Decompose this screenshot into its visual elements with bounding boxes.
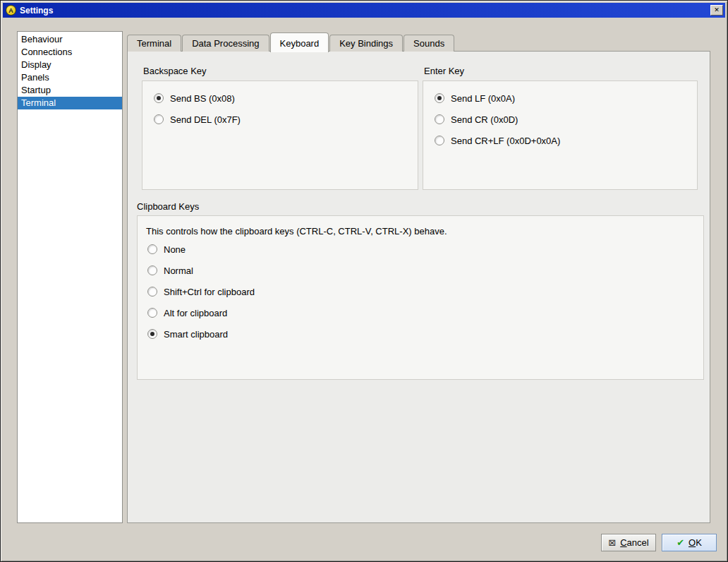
- radio-label: Normal: [164, 265, 193, 276]
- radio-option-send-del[interactable]: Send DEL (0x7F): [142, 109, 418, 130]
- tab-bar: Terminal Data Processing Keyboard Key Bi…: [127, 32, 455, 52]
- cancel-button[interactable]: ⊠ Cancel: [601, 534, 656, 551]
- clipboard-keys-label: Clipboard Keys: [137, 201, 199, 212]
- cancel-icon: ⊠: [608, 538, 616, 547]
- radio-label: Shift+Ctrl for clipboard: [164, 287, 255, 297]
- radio-icon[interactable]: [147, 244, 157, 254]
- radio-label: Send BS (0x08): [170, 93, 235, 104]
- sidebar-item-startup[interactable]: Startup: [18, 84, 122, 97]
- radio-option-send-bs[interactable]: Send BS (0x08): [142, 88, 418, 109]
- radio-label: Smart clipboard: [164, 329, 228, 340]
- sidebar-item-terminal[interactable]: Terminal: [18, 97, 122, 109]
- radio-icon[interactable]: [147, 287, 157, 297]
- close-icon[interactable]: ✕: [710, 5, 723, 16]
- backspace-key-label: Backspace Key: [143, 66, 207, 76]
- radio-icon[interactable]: [154, 93, 164, 103]
- radio-option-shift-ctrl[interactable]: Shift+Ctrl for clipboard: [138, 281, 703, 302]
- backspace-key-group: Send BS (0x08) Send DEL (0x7F): [142, 80, 418, 190]
- clipboard-keys-group: This controls how the clipboard keys (CT…: [137, 215, 704, 380]
- tab-sounds[interactable]: Sounds: [404, 35, 454, 52]
- radio-option-send-lf[interactable]: Send LF (0x0A): [423, 88, 697, 109]
- check-icon: ✔: [677, 538, 684, 547]
- radio-option-send-crlf[interactable]: Send CR+LF (0x0D+0x0A): [423, 130, 697, 151]
- radio-label: Send DEL (0x7F): [170, 114, 241, 125]
- tab-keyboard[interactable]: Keyboard: [270, 32, 329, 52]
- radio-icon[interactable]: [147, 329, 157, 339]
- window-title: Settings: [20, 6, 53, 16]
- tab-key-bindings[interactable]: Key Bindings: [329, 35, 403, 52]
- radio-option-normal[interactable]: Normal: [138, 260, 703, 281]
- radio-icon[interactable]: [435, 136, 444, 145]
- radio-option-alt[interactable]: Alt for clipboard: [138, 302, 703, 323]
- radio-label: Alt for clipboard: [164, 308, 227, 318]
- clipboard-description: This controls how the clipboard keys (CT…: [138, 216, 703, 239]
- enter-key-group: Send LF (0x0A) Send CR (0x0D) Send CR+LF…: [423, 80, 698, 190]
- radio-icon[interactable]: [147, 265, 157, 275]
- radio-option-send-cr[interactable]: Send CR (0x0D): [423, 109, 697, 130]
- radio-label: None: [164, 244, 186, 255]
- radio-label: Send LF (0x0A): [451, 93, 515, 104]
- sidebar-item-behaviour[interactable]: Behaviour: [18, 33, 122, 46]
- tab-data-processing[interactable]: Data Processing: [182, 35, 269, 52]
- radio-icon[interactable]: [435, 93, 444, 103]
- enter-key-label: Enter Key: [424, 66, 464, 76]
- sidebar-item-connections[interactable]: Connections: [18, 46, 122, 59]
- ok-button[interactable]: ✔ OK: [662, 534, 717, 551]
- radio-icon[interactable]: [435, 114, 444, 124]
- sidebar-item-display[interactable]: Display: [18, 59, 122, 71]
- radio-option-none[interactable]: None: [138, 239, 703, 260]
- sidebar-item-panels[interactable]: Panels: [18, 71, 122, 84]
- radio-option-smart-clipboard[interactable]: Smart clipboard: [138, 323, 703, 345]
- app-icon: A: [6, 5, 16, 16]
- tab-terminal[interactable]: Terminal: [127, 35, 181, 52]
- radio-icon[interactable]: [154, 114, 164, 124]
- radio-label: Send CR+LF (0x0D+0x0A): [451, 136, 560, 146]
- settings-category-list: Behaviour Connections Display Panels Sta…: [17, 31, 123, 523]
- ok-button-label: OK: [688, 537, 702, 548]
- titlebar: A Settings ✕: [3, 3, 725, 18]
- radio-icon[interactable]: [147, 308, 157, 318]
- cancel-button-label: Cancel: [620, 537, 648, 548]
- keyboard-tab-panel: Backspace Key Send BS (0x08) Send DEL (0…: [127, 51, 710, 523]
- radio-label: Send CR (0x0D): [451, 114, 518, 125]
